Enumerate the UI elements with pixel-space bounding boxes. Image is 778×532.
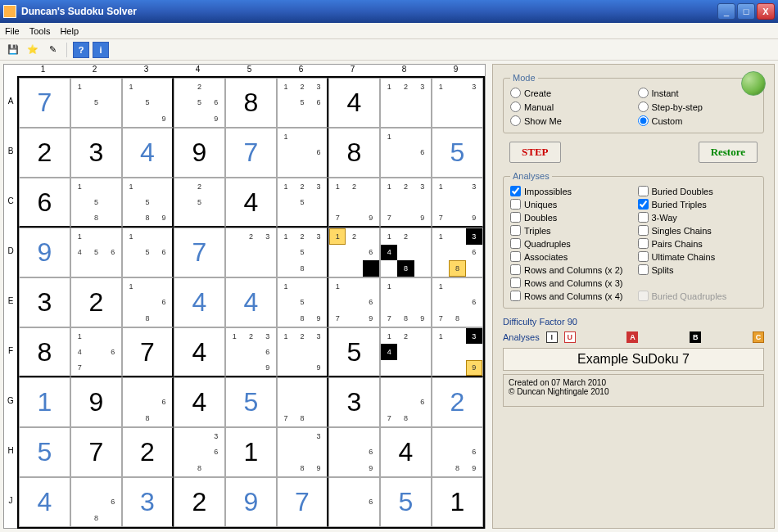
sudoku-cell[interactable]: 126 — [328, 228, 380, 277]
sudoku-cell[interactable]: 4 — [19, 477, 70, 527]
sudoku-cell[interactable]: 2 — [174, 477, 225, 527]
sudoku-cell[interactable]: 678 — [380, 377, 432, 427]
sudoku-cell[interactable]: 2 — [432, 377, 483, 427]
sudoku-cell[interactable]: 5 — [432, 128, 483, 178]
sudoku-cell[interactable]: 6 — [328, 477, 380, 527]
sudoku-cell[interactable]: 12356 — [277, 78, 328, 128]
analysis-uniques[interactable]: Uniques — [510, 199, 630, 210]
star-icon[interactable]: ⭐ — [25, 42, 41, 58]
sudoku-cell[interactable]: 1379 — [432, 178, 483, 228]
sudoku-cell[interactable]: 1239 — [277, 327, 328, 377]
analysis-associates[interactable]: Associates — [510, 251, 630, 262]
sudoku-cell[interactable]: 158 — [70, 178, 122, 228]
sudoku-cell[interactable]: 7 — [70, 427, 122, 477]
analysis-triples[interactable]: Triples — [510, 225, 630, 236]
sudoku-grid[interactable]: 7151592569812356412313234971681656158158… — [17, 76, 485, 529]
sudoku-cell[interactable]: 7 — [225, 128, 277, 178]
analysis-rows-and-columns-x-3-[interactable]: Rows and Columns (x 3) — [510, 277, 630, 288]
sudoku-cell[interactable]: 4 — [225, 277, 277, 327]
sudoku-cell[interactable]: 5 — [19, 427, 70, 477]
sudoku-cell[interactable]: 1279 — [328, 178, 380, 228]
sudoku-cell[interactable]: 139 — [432, 327, 483, 377]
sudoku-cell[interactable]: 8 — [328, 128, 380, 178]
sudoku-cell[interactable]: 68 — [122, 377, 174, 427]
sudoku-cell[interactable]: 7 — [19, 78, 70, 128]
sudoku-cell[interactable]: 4 — [328, 78, 380, 128]
sudoku-cell[interactable]: 159 — [122, 78, 174, 128]
sudoku-cell[interactable]: 4 — [122, 128, 174, 178]
sudoku-cell[interactable]: 4 — [380, 427, 432, 477]
sudoku-cell[interactable]: 1235 — [277, 178, 328, 228]
sudoku-cell[interactable]: 12379 — [380, 178, 432, 228]
sudoku-cell[interactable]: 4 — [225, 178, 277, 228]
sudoku-cell[interactable]: 2 — [19, 128, 70, 178]
sudoku-cell[interactable]: 5 — [380, 477, 432, 527]
mode-option-manual[interactable]: Manual — [510, 101, 630, 112]
analysis-pairs-chains[interactable]: Pairs Chains — [638, 238, 758, 249]
mode-option-custom[interactable]: Custom — [638, 115, 758, 126]
info-icon[interactable]: i — [93, 42, 109, 58]
sudoku-cell[interactable]: 1679 — [328, 277, 380, 327]
mode-option-show-me[interactable]: Show Me — [510, 115, 630, 126]
sudoku-cell[interactable]: 1789 — [380, 277, 432, 327]
sudoku-cell[interactable]: 16 — [277, 128, 328, 178]
sudoku-cell[interactable]: 124 — [380, 327, 432, 377]
minimize-button[interactable]: _ — [717, 3, 735, 20]
menu-file[interactable]: File — [5, 26, 20, 36]
sudoku-cell[interactable]: 8 — [225, 78, 277, 128]
sudoku-cell[interactable]: 168 — [122, 277, 174, 327]
globe-icon[interactable] — [741, 71, 766, 96]
sudoku-cell[interactable]: 7 — [122, 327, 174, 377]
sudoku-cell[interactable]: 689 — [432, 427, 483, 477]
sudoku-cell[interactable]: 1 — [19, 377, 70, 427]
sudoku-cell[interactable]: 9 — [70, 377, 122, 427]
sudoku-cell[interactable]: 23 — [225, 228, 277, 277]
new-icon[interactable]: ✎ — [44, 42, 61, 58]
sudoku-cell[interactable]: 4 — [174, 277, 225, 327]
sudoku-cell[interactable]: 1678 — [432, 277, 483, 327]
mode-option-instant[interactable]: Instant — [638, 88, 758, 98]
sudoku-cell[interactable]: 2569 — [174, 78, 225, 128]
sudoku-cell[interactable]: 9 — [174, 128, 225, 178]
sudoku-cell[interactable]: 4 — [174, 327, 225, 377]
sudoku-cell[interactable]: 6 — [19, 178, 70, 228]
sudoku-cell[interactable]: 16 — [380, 128, 432, 178]
sudoku-cell[interactable]: 69 — [328, 427, 380, 477]
step-button[interactable]: STEP — [509, 142, 561, 163]
sudoku-cell[interactable]: 15 — [70, 78, 122, 128]
sudoku-cell[interactable]: 7 — [174, 228, 225, 277]
analysis-quadruples[interactable]: Quadruples — [510, 238, 630, 249]
sudoku-cell[interactable]: 3 — [122, 477, 174, 527]
sudoku-cell[interactable]: 156 — [122, 228, 174, 277]
analysis-singles-chains[interactable]: Singles Chains — [638, 225, 758, 236]
sudoku-cell[interactable]: 1248 — [380, 228, 432, 277]
sudoku-cell[interactable]: 1456 — [70, 228, 122, 277]
sudoku-cell[interactable]: 13 — [432, 78, 483, 128]
sudoku-cell[interactable]: 25 — [174, 178, 225, 228]
sudoku-cell[interactable]: 3 — [70, 128, 122, 178]
sudoku-cell[interactable]: 8 — [19, 327, 70, 377]
sudoku-cell[interactable]: 12369 — [225, 327, 277, 377]
sudoku-cell[interactable]: 2 — [122, 427, 174, 477]
sudoku-cell[interactable]: 3 — [19, 277, 70, 327]
close-button[interactable]: X — [757, 3, 775, 20]
analysis-3-way[interactable]: 3-Way — [638, 212, 758, 223]
sudoku-cell[interactable]: 5 — [328, 327, 380, 377]
sudoku-cell[interactable]: 7 — [277, 477, 328, 527]
analysis-impossibles[interactable]: Impossibles — [510, 186, 630, 196]
sudoku-cell[interactable]: 123 — [380, 78, 432, 128]
menu-help[interactable]: Help — [60, 26, 79, 36]
sudoku-cell[interactable]: 12358 — [277, 228, 328, 277]
help-icon[interactable]: ? — [73, 42, 89, 58]
sudoku-cell[interactable]: 1 — [432, 477, 483, 527]
save-icon[interactable]: 💾 — [5, 42, 21, 58]
analysis-buried-doubles[interactable]: Buried Doubles — [638, 186, 758, 196]
sudoku-cell[interactable]: 1467 — [70, 327, 122, 377]
sudoku-cell[interactable]: 1 — [225, 427, 277, 477]
analysis-splits[interactable]: Splits — [638, 264, 758, 275]
sudoku-cell[interactable]: 68 — [70, 477, 122, 527]
sudoku-cell[interactable]: 1368 — [432, 228, 483, 277]
sudoku-cell[interactable]: 5 — [225, 377, 277, 427]
sudoku-cell[interactable]: 78 — [277, 377, 328, 427]
analysis-buried-triples[interactable]: Buried Triples — [638, 199, 758, 210]
